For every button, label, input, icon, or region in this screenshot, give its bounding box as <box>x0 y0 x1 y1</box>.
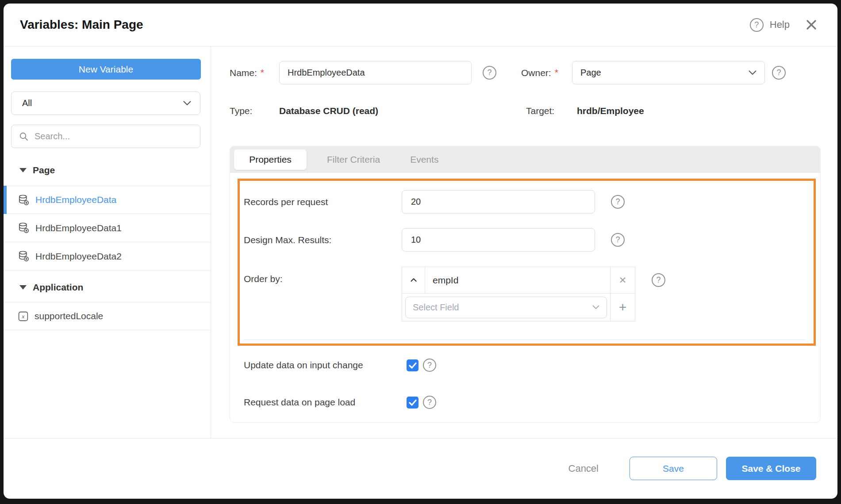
owner-select[interactable]: Page <box>572 61 765 84</box>
order-by-table: empId ✕ Select Field <box>402 267 635 321</box>
records-per-request-help-icon[interactable]: ? <box>611 195 625 209</box>
update-data-help-icon[interactable]: ? <box>423 359 436 372</box>
request-data-label: Request data on page load <box>244 397 407 408</box>
order-by-field-value[interactable]: empId <box>425 267 610 293</box>
update-data-label: Update data on input change <box>244 360 407 370</box>
select-field-placeholder: Select Field <box>413 302 459 313</box>
dialog-header: Variables: Main Page ? Help <box>4 4 837 46</box>
target-value: hrdb/Employee <box>577 106 644 116</box>
check-icon <box>409 399 417 406</box>
records-per-request-label: Records per request <box>244 197 402 207</box>
properties-panel: Properties Filter Criteria Events Record… <box>230 146 821 423</box>
variable-detail-pane: Name: * ? Owner: * Page <box>211 46 837 438</box>
sidebar-item-label: supportedLocale <box>35 311 103 321</box>
type-label: Type: <box>230 106 252 116</box>
plus-icon: + <box>619 300 627 315</box>
tab-strip: Properties Filter Criteria Events <box>230 146 820 173</box>
owner-select-value: Page <box>580 68 601 78</box>
name-label: Name: <box>230 68 257 78</box>
database-icon <box>18 222 30 234</box>
chevron-up-icon <box>411 278 417 282</box>
chevron-down-icon <box>749 70 757 75</box>
select-field-dropdown[interactable]: Select Field <box>405 297 607 318</box>
svg-text:x: x <box>22 313 25 320</box>
update-data-checkbox[interactable] <box>407 359 419 371</box>
request-data-checkbox[interactable] <box>407 397 419 409</box>
new-variable-button[interactable]: New Variable <box>11 59 201 80</box>
help-label[interactable]: Help <box>770 19 790 31</box>
caret-down-icon <box>19 285 27 290</box>
database-icon <box>18 250 30 262</box>
filter-dropdown-value: All <box>22 98 32 108</box>
page-title: Variables: Main Page <box>20 18 143 32</box>
sort-direction-button[interactable] <box>402 267 425 293</box>
close-icon: ✕ <box>619 275 627 286</box>
tab-events[interactable]: Events <box>410 154 438 165</box>
request-data-help-icon[interactable]: ? <box>423 396 436 409</box>
sidebar-item-hrdbemployeedata[interactable]: HrdbEmployeeData <box>4 186 211 214</box>
order-by-label: Order by: <box>244 267 402 321</box>
design-max-results-label: Design Max. Results: <box>244 235 402 245</box>
search-box <box>11 125 200 148</box>
required-star: * <box>261 67 264 78</box>
page-variable-list: HrdbEmployeeData HrdbEmployeeData1 <box>4 186 211 271</box>
check-icon <box>409 362 417 369</box>
save-and-close-button[interactable]: Save & Close <box>726 457 816 480</box>
section-divider <box>244 340 806 340</box>
save-button[interactable]: Save <box>630 457 717 480</box>
target-label: Target: <box>526 106 554 116</box>
design-max-results-help-icon[interactable]: ? <box>611 233 625 247</box>
application-variable-list: x supportedLocale <box>4 302 211 330</box>
database-icon <box>18 194 30 206</box>
type-value: Database CRUD (read) <box>279 106 378 116</box>
sidebar-item-label: HrdbEmployeeData2 <box>35 251 122 262</box>
records-per-request-input[interactable] <box>402 190 595 214</box>
name-help-icon[interactable]: ? <box>483 66 496 80</box>
sidebar-item-hrdbemployeedata1[interactable]: HrdbEmployeeData1 <box>4 214 211 242</box>
owner-label: Owner: <box>521 68 551 78</box>
chevron-down-icon <box>592 305 599 309</box>
chevron-down-icon <box>183 101 191 106</box>
design-max-results-input[interactable] <box>402 228 595 252</box>
variables-dialog: Variables: Main Page ? Help New Variable… <box>4 4 837 499</box>
caret-down-icon <box>19 168 27 172</box>
filter-dropdown[interactable]: All <box>11 92 200 115</box>
order-by-help-icon[interactable]: ? <box>652 273 665 287</box>
add-order-field-button[interactable]: + <box>610 294 635 321</box>
variable-icon: x <box>18 311 29 322</box>
sidebar-item-label: HrdbEmployeeData <box>35 195 116 205</box>
sidebar-item-label: HrdbEmployeeData1 <box>35 223 122 233</box>
dialog-footer: Cancel Save Save & Close <box>4 438 837 498</box>
sidebar-section-page[interactable]: Page <box>4 161 211 179</box>
search-icon <box>19 131 29 142</box>
remove-order-field-button[interactable]: ✕ <box>610 267 635 293</box>
name-input[interactable] <box>279 61 472 84</box>
sidebar-item-supportedlocale[interactable]: x supportedLocale <box>4 302 211 330</box>
variables-sidebar: New Variable All Page <box>4 46 211 438</box>
search-input[interactable] <box>35 131 194 141</box>
required-star: * <box>555 67 558 78</box>
cancel-button[interactable]: Cancel <box>568 463 599 474</box>
sidebar-section-application[interactable]: Application <box>4 279 211 296</box>
sidebar-item-hrdbemployeedata2[interactable]: HrdbEmployeeData2 <box>4 242 211 271</box>
close-icon[interactable] <box>806 19 817 31</box>
owner-help-icon[interactable]: ? <box>772 66 786 80</box>
help-icon[interactable]: ? <box>750 18 764 32</box>
tab-filter-criteria[interactable]: Filter Criteria <box>327 154 380 165</box>
tab-properties[interactable]: Properties <box>234 149 307 170</box>
